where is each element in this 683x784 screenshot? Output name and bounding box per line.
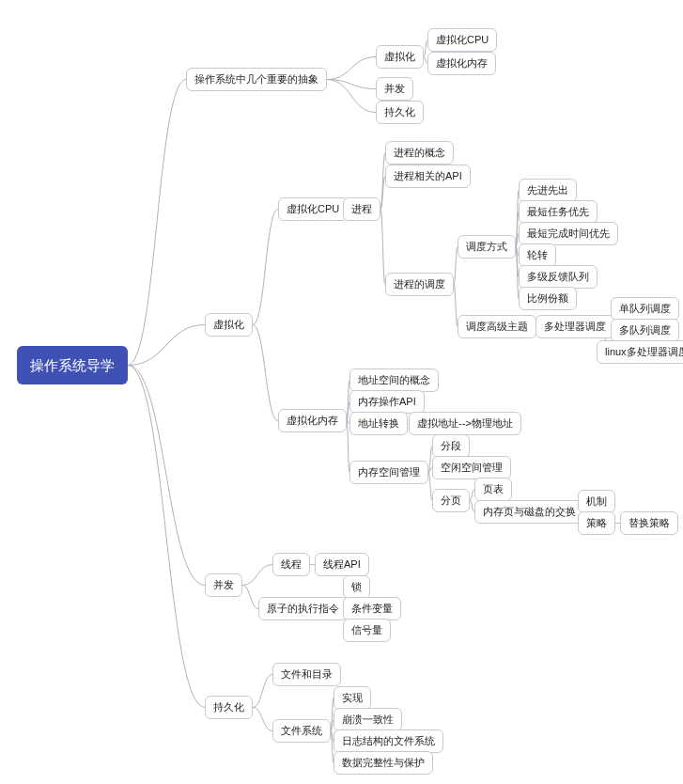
node-sched-rr: 轮转	[519, 243, 556, 267]
node-abs-virt-cpu: 虚拟化CPU	[427, 28, 497, 52]
node-files-dirs: 文件和目录	[272, 663, 341, 686]
node-addr-translate: 地址转换	[349, 412, 408, 435]
node-thread: 线程	[272, 553, 310, 576]
node-concurrency: 并发	[205, 573, 242, 597]
node-swap: 内存页与磁盘的交换	[474, 500, 584, 524]
node-memspace-mgmt: 内存空间管理	[349, 461, 428, 484]
node-persistence: 持久化	[205, 696, 253, 719]
node-mem-api: 内存操作API	[349, 390, 425, 414]
mindmap-edges	[0, 0, 683, 784]
node-sched-propshare: 比例份额	[519, 287, 577, 310]
node-virtualization: 虚拟化	[205, 313, 253, 337]
node-sched-fifo: 先进先出	[519, 179, 577, 202]
node-paging: 分页	[432, 489, 470, 512]
node-abstractions: 操作系统中几个重要的抽象	[186, 68, 327, 91]
node-addrspace-concept: 地址空间的概念	[349, 368, 439, 392]
node-fs-crash: 崩溃一致性	[334, 708, 402, 731]
node-condvar: 条件变量	[343, 597, 401, 620]
node-semaphore: 信号量	[343, 619, 391, 642]
node-fs-integrity: 数据完整性与保护	[334, 751, 433, 775]
node-thread-api: 线程API	[315, 553, 369, 576]
root-node: 操作系统导学	[17, 346, 128, 384]
node-virt-mem: 虚拟化内存	[278, 409, 347, 432]
node-sched-mode: 调度方式	[458, 235, 516, 259]
node-process-concept: 进程的概念	[385, 141, 454, 165]
node-abs-virtualization: 虚拟化	[376, 45, 424, 69]
node-swap-mech: 机制	[578, 490, 615, 513]
node-sched-stcf: 最短完成时间优先	[519, 222, 618, 245]
node-fs-log: 日志结构的文件系统	[334, 729, 443, 753]
node-process: 进程	[343, 197, 380, 221]
node-freespace: 空闲空间管理	[432, 456, 511, 479]
node-sched-sjf: 最短任务优先	[519, 200, 598, 224]
node-atomic: 原子的执行指令	[258, 597, 348, 620]
node-replace-policy: 替换策略	[620, 511, 678, 535]
node-mp-linux: linux多处理器调度	[597, 340, 683, 364]
node-mp-single: 单队列调度	[611, 297, 679, 321]
node-multiprocessor: 多处理器调度	[536, 315, 614, 338]
node-mp-multi: 多队列调度	[611, 319, 679, 342]
node-fs-impl: 实现	[334, 686, 371, 710]
node-process-sched: 进程的调度	[385, 273, 454, 296]
node-abs-concurrency: 并发	[376, 77, 413, 101]
node-process-api: 进程相关的API	[385, 165, 471, 188]
node-pagetable: 页表	[474, 478, 512, 501]
node-abs-persistence: 持久化	[376, 101, 424, 124]
node-swap-policy: 策略	[578, 511, 615, 535]
node-lock: 锁	[343, 575, 370, 599]
node-abs-virt-mem: 虚拟化内存	[427, 52, 496, 75]
node-sched-mlfq: 多级反馈队列	[519, 265, 598, 289]
node-sched-adv: 调度高级主题	[458, 315, 536, 338]
node-virt-cpu: 虚拟化CPU	[278, 197, 348, 221]
node-filesystem: 文件系统	[272, 719, 331, 743]
node-segmentation: 分段	[432, 434, 470, 458]
node-addr-translate-detail: 虚拟地址-->物理地址	[409, 412, 521, 435]
